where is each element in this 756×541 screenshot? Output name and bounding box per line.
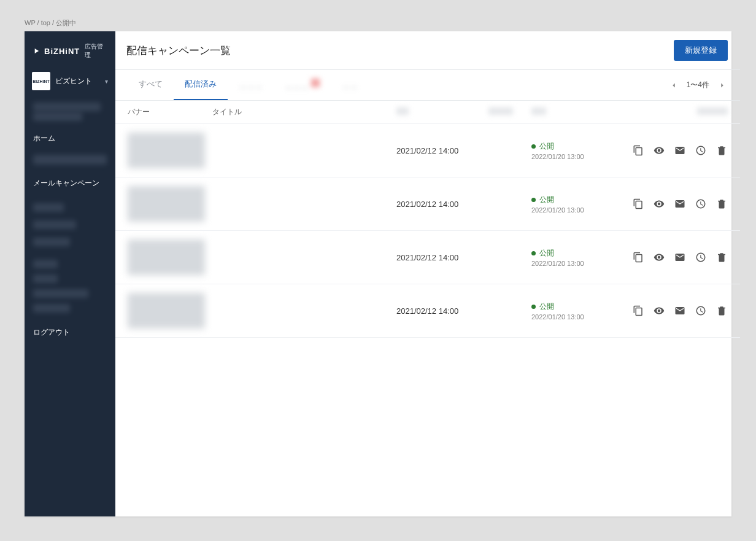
nav-item-redacted[interactable] (33, 112, 82, 121)
status-label: 公開 (539, 141, 554, 152)
sidebar: BiZHiNT 広告管理 BiZHiNT ビズヒント ▾ ホーム メールキャンペ… (25, 31, 115, 516)
tab-delivered[interactable]: 配信済み (174, 70, 228, 100)
mail-icon[interactable] (674, 305, 686, 317)
nav-item-redacted[interactable] (33, 155, 107, 165)
row-status: 公開2022/01/20 13:00 (531, 302, 617, 321)
tab-redacted[interactable]: ＿＿＿ (274, 70, 331, 100)
status-dot-icon (531, 144, 536, 149)
col-status (531, 107, 617, 117)
row-date: 2021/02/12 14:00 (396, 306, 488, 316)
status-label: 公開 (539, 302, 554, 312)
row-date: 2021/02/12 14:00 (396, 146, 488, 155)
table-header: バナー タイトル (115, 101, 740, 124)
tab-all[interactable]: すべて (128, 70, 174, 100)
trash-icon[interactable] (716, 144, 728, 157)
col-actions (617, 107, 728, 117)
copy-icon[interactable] (632, 144, 644, 157)
col-banner: バナー (128, 107, 212, 117)
mail-icon[interactable] (674, 198, 686, 210)
brand-sub: 広告管理 (85, 42, 108, 60)
row-thumbnail (128, 239, 205, 275)
trash-icon[interactable] (716, 305, 728, 317)
nav-item-redacted[interactable] (33, 238, 70, 246)
row-status: 公開2022/01/20 13:00 (531, 141, 617, 160)
copy-icon[interactable] (632, 251, 644, 263)
status-sub: 2022/01/20 13:00 (531, 260, 617, 267)
row-thumbnail (128, 186, 205, 222)
pager-range: 1〜4件 (687, 80, 709, 90)
row-status: 公開2022/01/20 13:00 (531, 195, 617, 214)
clock-icon[interactable] (695, 251, 707, 263)
brand-icon (32, 47, 40, 55)
status-sub: 2022/01/20 13:00 (531, 206, 617, 214)
nav-item-redacted[interactable] (33, 274, 58, 283)
pager: 1〜4件 (668, 80, 728, 91)
col-redacted (488, 107, 513, 115)
toolbar: すべて 配信済み ＿＿＿ ＿＿＿ ＿＿ 1〜4件 (115, 70, 740, 101)
clock-icon[interactable] (695, 144, 707, 157)
col-date (396, 107, 488, 117)
row-thumbnail (128, 293, 205, 329)
status-dot-icon (531, 198, 536, 202)
nav-item-redacted[interactable] (33, 260, 58, 268)
trash-icon[interactable] (716, 251, 728, 263)
table-row[interactable]: 2021/02/12 14:00公開2022/01/20 13:00 (115, 124, 740, 177)
chevron-down-icon: ▾ (105, 78, 108, 85)
nav-item-logout[interactable]: ログアウト (25, 321, 115, 344)
eye-icon[interactable] (653, 305, 665, 317)
row-date: 2021/02/12 14:00 (396, 200, 488, 209)
brand-name: BiZHiNT (44, 47, 80, 56)
breadcrumb: WP / top / 公開中 (25, 18, 731, 28)
org-name: ビズヒント (55, 76, 100, 87)
status-sub: 2022/01/20 13:00 (531, 313, 617, 321)
row-thumbnail (128, 133, 205, 168)
eye-icon[interactable] (653, 251, 665, 263)
org-selector[interactable]: BiZHiNT ビズヒント ▾ (25, 68, 115, 96)
new-button[interactable]: 新規登録 (674, 40, 728, 61)
nav-item-redacted[interactable] (33, 304, 70, 313)
nav-item-redacted[interactable] (33, 220, 76, 229)
pager-next[interactable] (717, 80, 728, 91)
table-row[interactable]: 2021/02/12 14:00公開2022/01/20 13:00 (115, 231, 740, 284)
nav-item-redacted[interactable] (33, 103, 101, 111)
table-row[interactable]: 2021/02/12 14:00公開2022/01/20 13:00 (115, 177, 740, 231)
status-label: 公開 (539, 195, 554, 205)
page-title: 配信キャンペーン一覧 (126, 44, 231, 58)
tab-redacted[interactable]: ＿＿＿ (228, 70, 274, 100)
eye-icon[interactable] (653, 198, 665, 210)
nav-item-mail-campaign[interactable]: メールキャンペーン (25, 172, 115, 195)
topbar: 配信キャンペーン一覧 新規登録 (115, 31, 740, 70)
clock-icon[interactable] (695, 198, 707, 210)
row-status: 公開2022/01/20 13:00 (531, 248, 617, 267)
eye-icon[interactable] (653, 144, 665, 157)
clock-icon[interactable] (695, 305, 707, 317)
nav: ホーム メールキャンペーン ログアウト (25, 96, 115, 349)
mail-icon[interactable] (674, 251, 686, 263)
table-row[interactable]: 2021/02/12 14:00公開2022/01/20 13:00 (115, 284, 740, 338)
org-avatar: BiZHiNT (32, 72, 50, 90)
nav-item-redacted[interactable] (33, 203, 64, 212)
status-sub: 2022/01/20 13:00 (531, 153, 617, 160)
mail-icon[interactable] (674, 144, 686, 157)
copy-icon[interactable] (632, 305, 644, 317)
nav-item-redacted[interactable] (33, 289, 88, 298)
nav-item-home[interactable]: ホーム (25, 127, 115, 150)
status-label: 公開 (539, 248, 554, 259)
tab-redacted[interactable]: ＿＿ (331, 70, 369, 100)
trash-icon[interactable] (716, 198, 728, 210)
table-body: 2021/02/12 14:00公開2022/01/20 13:002021/0… (115, 124, 740, 338)
app-shell: BiZHiNT 広告管理 BiZHiNT ビズヒント ▾ ホーム メールキャンペ… (25, 31, 731, 516)
status-dot-icon (531, 251, 536, 255)
col-title: タイトル (212, 107, 396, 117)
tabs: すべて 配信済み ＿＿＿ ＿＿＿ ＿＿ (128, 70, 369, 100)
brand: BiZHiNT 広告管理 (25, 31, 115, 68)
status-dot-icon (531, 305, 536, 309)
copy-icon[interactable] (632, 198, 644, 210)
pager-prev[interactable] (668, 80, 679, 91)
row-date: 2021/02/12 14:00 (396, 253, 488, 262)
main: 配信キャンペーン一覧 新規登録 すべて 配信済み ＿＿＿ ＿＿＿ ＿＿ 1〜4件 (115, 31, 740, 516)
